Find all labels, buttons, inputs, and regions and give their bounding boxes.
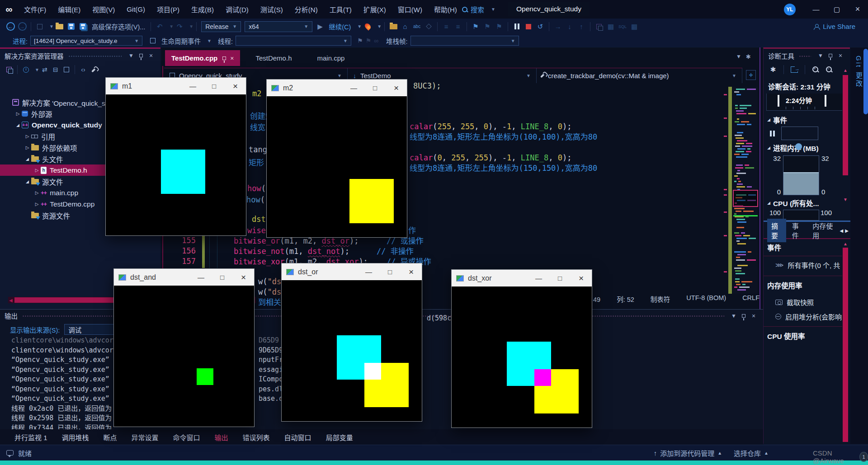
menu-item[interactable]: 工具(T) bbox=[324, 0, 358, 19]
menu-item[interactable]: 编辑(E) bbox=[52, 0, 86, 19]
settings-gear-icon[interactable]: ✱ bbox=[767, 65, 779, 75]
home-icon[interactable]: ⌂ bbox=[400, 21, 410, 32]
grid-icon[interactable]: ▦ bbox=[606, 21, 616, 32]
step-out-icon[interactable]: ↑ bbox=[576, 21, 586, 32]
undo-icon[interactable]: ↶ bbox=[155, 21, 165, 32]
menu-item[interactable]: 调试(D) bbox=[220, 0, 255, 19]
maximize-button[interactable]: □ bbox=[364, 80, 386, 96]
member-dropdown[interactable]: create_trackbar_demo(cv::Mat & image)▼ bbox=[537, 68, 742, 83]
advanced-save-label[interactable]: 高级保存选项(V)... bbox=[92, 22, 145, 31]
opencv-window-dst_or[interactable]: dst_or—□× bbox=[281, 263, 422, 422]
bookmark-icon[interactable]: ⚑ bbox=[471, 21, 481, 32]
menu-item[interactable]: 分析(N) bbox=[289, 0, 324, 19]
opencv-window-titlebar[interactable]: dst_or—□× bbox=[282, 263, 422, 280]
diagnostics-tab[interactable]: 摘要 bbox=[767, 219, 786, 242]
scrollbar-thumb[interactable] bbox=[14, 297, 115, 303]
add-to-source-control[interactable]: ↑ 添加到源代码管理 ▲ bbox=[654, 448, 722, 458]
panel-menu-icon[interactable]: ▼ bbox=[816, 52, 826, 59]
bottom-panel-tab[interactable]: 调用堆栈 bbox=[57, 431, 94, 444]
opencv-window-dst_xor[interactable]: dst_xor—□× bbox=[451, 269, 592, 428]
indent-icon[interactable]: ≡ bbox=[441, 21, 451, 32]
table-icon[interactable]: ▦ bbox=[629, 21, 639, 32]
panel-menu-icon[interactable]: ▼ bbox=[729, 313, 739, 319]
flag-outline-icon[interactable]: ⚑ bbox=[366, 37, 372, 44]
sql-icon[interactable]: SQL bbox=[618, 21, 627, 32]
events-section-header[interactable]: ◢事件 bbox=[767, 115, 787, 125]
find-in-files-icon[interactable] bbox=[388, 21, 398, 32]
minimize-button[interactable]: — bbox=[806, 0, 826, 19]
opencv-window-titlebar[interactable]: m2—□× bbox=[267, 80, 407, 96]
close-button[interactable]: × bbox=[386, 80, 407, 96]
minimize-button[interactable]: — bbox=[182, 78, 203, 94]
save-icon[interactable] bbox=[66, 21, 76, 32]
sync-with-active-icon[interactable]: ⇄ bbox=[39, 65, 50, 75]
all-events-link[interactable]: ⋙ 所有事件(0 个, 共 bbox=[775, 260, 840, 270]
prev-bookmark-icon[interactable]: ⚑ bbox=[482, 21, 492, 32]
bottom-panel-tab[interactable]: 输出 bbox=[209, 431, 234, 444]
redo-icon[interactable]: ↷ bbox=[175, 21, 184, 32]
spell-check-icon[interactable]: abc bbox=[412, 21, 422, 32]
maximize-button[interactable]: □ bbox=[203, 78, 225, 94]
maximize-button[interactable]: □ bbox=[212, 269, 233, 286]
menu-item[interactable]: 文件(F) bbox=[18, 0, 52, 19]
session-timeline[interactable]: 2:24分钟 bbox=[766, 94, 844, 111]
document-tab[interactable]: TestDemo.cpp × bbox=[165, 50, 240, 66]
diagnostics-scrollbar-bottom[interactable]: ▲ bbox=[842, 240, 849, 444]
menu-item[interactable]: 测试(S) bbox=[255, 0, 289, 19]
switch-views-icon[interactable] bbox=[4, 65, 14, 75]
configuration-select[interactable]: Release▼ bbox=[201, 21, 241, 32]
maximize-button[interactable]: □ bbox=[549, 270, 571, 287]
bottom-panel-tab[interactable]: 断点 bbox=[98, 431, 123, 444]
stackframe-select[interactable]: ▼ bbox=[410, 36, 519, 46]
profiler-flame-icon[interactable] bbox=[363, 21, 373, 32]
scroll-left-icon[interactable]: ◀ bbox=[9, 298, 13, 303]
opencv-window-titlebar[interactable]: dst_and—□× bbox=[114, 269, 254, 286]
continue-label[interactable]: 继续(C) bbox=[329, 22, 351, 31]
panel-menu-icon[interactable]: ▼ bbox=[126, 52, 136, 59]
thread-loop-icon[interactable]: ∞ bbox=[374, 37, 378, 44]
menu-item[interactable]: 扩展(X) bbox=[358, 0, 392, 19]
tab-options-gear-icon[interactable]: ✱ bbox=[746, 53, 751, 60]
collapse-icon[interactable]: ◢ bbox=[24, 179, 31, 184]
document-tab[interactable]: TestDemo.h × bbox=[249, 50, 298, 66]
properties-icon[interactable] bbox=[61, 65, 72, 75]
feedback-icon[interactable] bbox=[6, 450, 14, 456]
menu-item[interactable]: Git(G) bbox=[121, 0, 151, 19]
process-select[interactable]: [14624] Opencv_quick_study.e▼ bbox=[30, 36, 142, 46]
live-share-control[interactable]: Live Share bbox=[814, 19, 855, 34]
flag-icon[interactable]: ⚑ bbox=[357, 37, 363, 44]
menu-item[interactable]: 生成(B) bbox=[185, 0, 220, 19]
pin-tab-icon[interactable] bbox=[222, 56, 226, 60]
collapse-icon[interactable]: ◢ bbox=[14, 123, 22, 127]
save-all-icon[interactable] bbox=[78, 21, 88, 32]
search-control[interactable]: 搜索 ▼ bbox=[462, 0, 495, 19]
select-repository[interactable]: 选择仓库 ▲ bbox=[734, 448, 769, 458]
thread-select[interactable]: ▼ bbox=[236, 36, 351, 46]
expand-icon[interactable]: ▷ bbox=[33, 190, 41, 195]
close-button[interactable]: × bbox=[233, 269, 254, 286]
expand-icon[interactable]: ▷ bbox=[24, 145, 31, 150]
notification-badge[interactable]: 1 bbox=[859, 452, 868, 462]
bottom-panel-tab[interactable]: 局部变量 bbox=[321, 431, 359, 444]
diagram-icon[interactable] bbox=[594, 21, 604, 32]
menu-item[interactable]: 帮助(H) bbox=[428, 0, 463, 19]
navigate-back-icon[interactable]: ← bbox=[5, 21, 15, 32]
stop-debug-icon[interactable] bbox=[524, 21, 533, 32]
scroll-tabs-right-icon[interactable]: ▶ bbox=[845, 228, 849, 233]
tab-list-chevron-icon[interactable]: ▼ bbox=[736, 53, 741, 60]
zoom-in-icon[interactable]: + bbox=[810, 65, 821, 75]
close-panel-icon[interactable]: × bbox=[835, 52, 845, 59]
diagnostics-tab[interactable]: 内存使用 bbox=[808, 219, 838, 242]
opencv-window-titlebar[interactable]: dst_xor—□× bbox=[452, 270, 592, 287]
pause-debug-icon[interactable] bbox=[512, 21, 522, 32]
bottom-panel-tab[interactable]: 自动窗口 bbox=[279, 431, 317, 444]
document-tab[interactable]: main.cpp × bbox=[311, 50, 351, 66]
wrench-icon[interactable] bbox=[89, 65, 99, 75]
continue-button[interactable]: ▶ bbox=[315, 21, 325, 32]
platform-select[interactable]: x64▼ bbox=[245, 21, 312, 32]
close-button[interactable]: × bbox=[571, 270, 592, 287]
collapse-all-icon[interactable]: ⊟ bbox=[50, 65, 61, 75]
git-changes-tab[interactable]: Git 更改 bbox=[854, 56, 863, 88]
bottom-panel-tab[interactable]: 错误列表 bbox=[237, 431, 275, 444]
close-panel-icon[interactable]: × bbox=[146, 52, 156, 59]
